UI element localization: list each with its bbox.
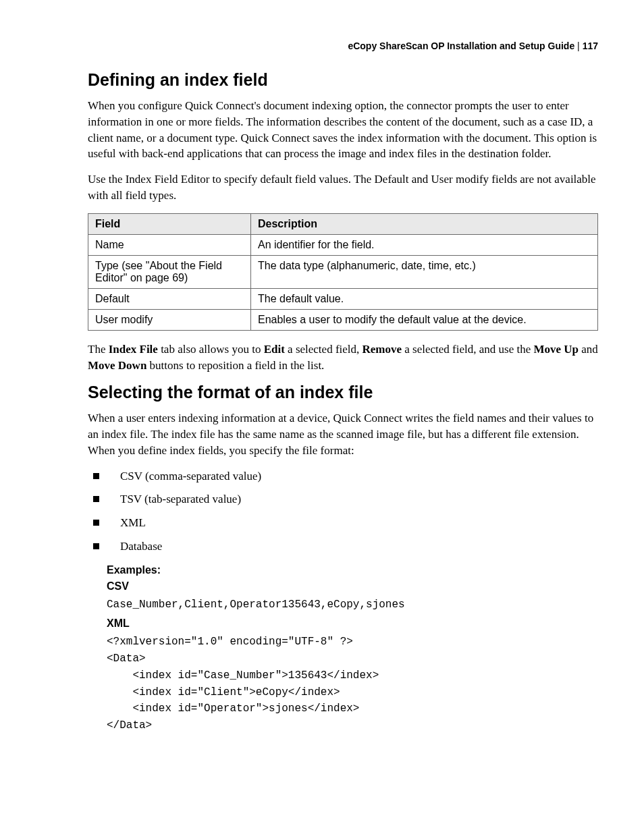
list-item: CSV (comma-separated value) [88, 468, 598, 485]
para-tab-actions: The Index File tab also allows you to Ed… [88, 341, 598, 374]
list-item: TSV (tab-separated value) [88, 491, 598, 508]
table-row: Type (see "About the Field Editor" on pa… [88, 255, 598, 288]
text: The [88, 343, 109, 356]
table-row: Name An identifier for the field. [88, 234, 598, 255]
cell-field: User modify [88, 309, 251, 330]
bold-index-file: Index File [109, 343, 158, 356]
cell-desc: The data type (alphanumeric, date, time,… [251, 255, 598, 288]
bold-move-down: Move Down [88, 359, 146, 372]
bold-edit: Edit [264, 343, 285, 356]
csv-code: Case_Number,Client,Operator135643,eCopy,… [107, 597, 598, 613]
cell-desc: The default value. [251, 288, 598, 309]
text: and [579, 343, 598, 356]
list-item: Database [88, 539, 598, 555]
text: buttons to reposition a field in the lis… [146, 359, 324, 372]
xml-label: XML [107, 617, 598, 630]
cell-desc: Enables a user to modify the default val… [251, 309, 598, 330]
text: a selected field, and use the [402, 343, 533, 356]
xml-code: <?xmlversion="1.0" encoding="UTF-8" ?> <… [107, 634, 598, 734]
index-field-table: Field Description Name An identifier for… [88, 213, 598, 331]
header-sep: | [574, 40, 582, 51]
text: a selected field, [285, 343, 363, 356]
list-item: XML [88, 515, 598, 532]
th-description: Description [251, 213, 598, 234]
page-number: 117 [583, 40, 598, 51]
cell-field: Type (see "About the Field Editor" on pa… [88, 255, 251, 288]
examples-block: Examples: CSV Case_Number,Client,Operato… [107, 564, 598, 734]
table-row: Default The default value. [88, 288, 598, 309]
running-header: eCopy ShareScan OP Installation and Setu… [88, 40, 598, 51]
para-format-intro: When a user enters indexing information … [88, 410, 598, 458]
th-field: Field [88, 213, 251, 234]
bold-remove: Remove [363, 343, 402, 356]
cell-field: Name [88, 234, 251, 255]
heading-defining-index-field: Defining an index field [88, 70, 598, 90]
para-intro-2: Use the Index Field Editor to specify de… [88, 171, 598, 204]
text: tab also allows you to [158, 343, 264, 356]
para-intro-1: When you configure Quick Connect's docum… [88, 98, 598, 162]
format-list: CSV (comma-separated value) TSV (tab-sep… [88, 468, 598, 555]
heading-selecting-format: Selecting the format of an index file [88, 383, 598, 402]
examples-label: Examples: [107, 564, 598, 576]
cell-desc: An identifier for the field. [251, 234, 598, 255]
doc-title: eCopy ShareScan OP Installation and Setu… [348, 40, 574, 51]
page: eCopy ShareScan OP Installation and Setu… [0, 0, 644, 828]
bold-move-up: Move Up [534, 343, 579, 356]
csv-label: CSV [107, 580, 598, 592]
cell-field: Default [88, 288, 251, 309]
table-row: User modify Enables a user to modify the… [88, 309, 598, 330]
